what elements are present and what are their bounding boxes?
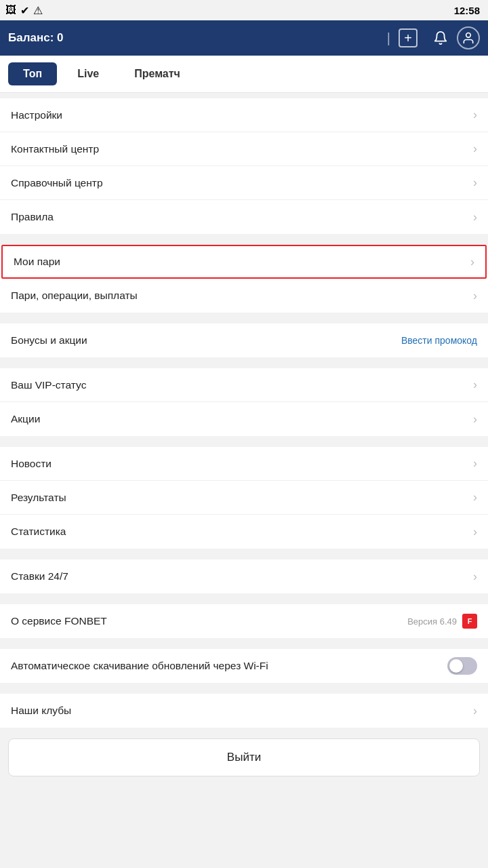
chevron-icon: › <box>473 456 477 471</box>
tab-prematch[interactable]: Прематч <box>119 62 195 85</box>
menu-item-results[interactable]: Результаты › <box>0 481 488 515</box>
chevron-icon: › <box>473 289 477 303</box>
status-icons: 🖼 ✔ ⚠ <box>5 4 43 17</box>
menu-item-news[interactable]: Новости › <box>0 447 488 481</box>
menu-section-clubs: Наши клубы › <box>0 694 488 728</box>
menu-item-bets-ops[interactable]: Пари, операции, выплаты › <box>0 279 488 313</box>
chevron-right: › <box>473 108 477 122</box>
toggle-thumb <box>449 659 463 673</box>
chevron-icon: › <box>473 525 477 539</box>
menu-item-settings[interactable]: Настройки › <box>0 98 488 132</box>
tab-live[interactable]: Live <box>62 62 114 85</box>
chevron-icon: › <box>473 378 477 392</box>
menu-section-vip: Ваш VIP-статус › Акции › <box>0 368 488 436</box>
section-gap <box>0 313 488 318</box>
svg-point-0 <box>466 33 471 38</box>
menu-section-news: Новости › Результаты › Статистика › <box>0 447 488 549</box>
chevron-icon: › <box>473 210 477 224</box>
user-profile-button[interactable] <box>457 26 480 50</box>
menu-item-help[interactable]: Справочный центр › <box>0 166 488 200</box>
status-bar: 🖼 ✔ ⚠ 12:58 <box>0 0 488 20</box>
tabs-bar: Топ Live Прематч <box>0 56 488 93</box>
logout-button[interactable]: Выйти <box>8 738 480 776</box>
status-time: 12:58 <box>454 5 480 16</box>
menu-section-bonuses: Бонусы и акции Ввести промокод <box>0 323 488 357</box>
menu-section-bets: Мои пари › Пари, операции, выплаты › <box>0 245 488 313</box>
menu-item-bets247[interactable]: Ставки 24/7 › <box>0 559 488 593</box>
menu-item-rules[interactable]: Правила › <box>0 200 488 234</box>
chevron-icon: › <box>473 412 477 427</box>
section-gap <box>0 638 488 644</box>
logout-section: Выйти <box>8 738 480 776</box>
divider: | <box>387 31 390 46</box>
menu-item-auto-update[interactable]: Автоматическое скачивание обновлений чер… <box>0 649 488 683</box>
chevron-icon: › <box>473 142 477 156</box>
menu-item-about[interactable]: О сервисе FONBET Версия 6.49 F <box>0 604 488 638</box>
auto-update-toggle[interactable] <box>447 657 477 675</box>
chevron-icon: › <box>473 570 477 584</box>
chevron-icon: › <box>473 490 477 505</box>
check-icon: ✔ <box>20 4 29 17</box>
menu-item-my-bets[interactable]: Мои пари › <box>1 245 487 279</box>
fonbet-logo-icon: F <box>462 614 477 629</box>
menu-item-clubs[interactable]: Наши клубы › <box>0 694 488 728</box>
chevron-icon: › <box>473 176 477 190</box>
section-gap <box>0 683 488 688</box>
menu-section-settings: Настройки › Контактный центр › Справочны… <box>0 98 488 234</box>
notifications-button[interactable] <box>430 27 451 49</box>
chevron-icon: › <box>470 255 474 269</box>
menu-item-bonuses[interactable]: Бонусы и акции Ввести промокод <box>0 323 488 357</box>
menu-section-auto-update: Автоматическое скачивание обновлений чер… <box>0 649 488 683</box>
section-gap <box>0 357 488 363</box>
tab-top[interactable]: Топ <box>8 62 57 85</box>
section-gap <box>0 436 488 441</box>
photo-icon: 🖼 <box>5 4 16 16</box>
section-gap <box>0 549 488 554</box>
menu-item-contact[interactable]: Контактный центр › <box>0 132 488 166</box>
menu-section-bets247: Ставки 24/7 › <box>0 559 488 593</box>
section-gap <box>0 593 488 599</box>
header-bar: Баланс: 0 | + <box>0 20 488 56</box>
balance-label: Баланс: 0 <box>8 31 382 45</box>
chevron-icon: › <box>473 704 477 718</box>
warning-icon: ⚠ <box>33 4 43 17</box>
menu-section-about: О сервисе FONBET Версия 6.49 F <box>0 604 488 638</box>
chevron-icon: › <box>473 108 477 122</box>
add-funds-button[interactable]: + <box>399 28 418 47</box>
menu-item-stats[interactable]: Статистика › <box>0 515 488 549</box>
menu-item-actions[interactable]: Акции › <box>0 402 488 436</box>
menu-item-vip[interactable]: Ваш VIP-статус › <box>0 368 488 402</box>
section-gap <box>0 234 488 239</box>
